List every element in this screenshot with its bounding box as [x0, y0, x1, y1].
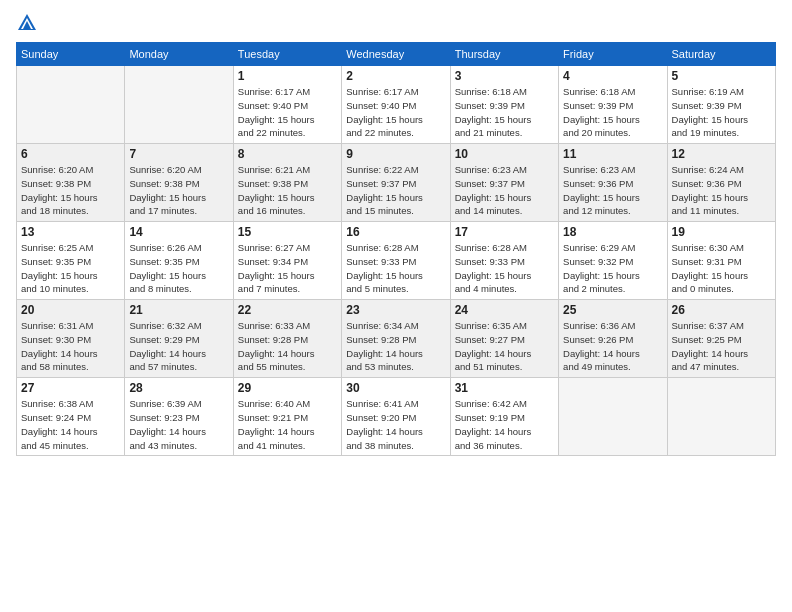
day-number: 21	[129, 303, 228, 317]
day-number: 16	[346, 225, 445, 239]
day-info: Sunrise: 6:42 AM Sunset: 9:19 PM Dayligh…	[455, 397, 554, 452]
calendar-cell: 27Sunrise: 6:38 AM Sunset: 9:24 PM Dayli…	[17, 378, 125, 456]
day-info: Sunrise: 6:17 AM Sunset: 9:40 PM Dayligh…	[346, 85, 445, 140]
day-number: 2	[346, 69, 445, 83]
day-info: Sunrise: 6:19 AM Sunset: 9:39 PM Dayligh…	[672, 85, 771, 140]
day-number: 27	[21, 381, 120, 395]
calendar-cell	[559, 378, 667, 456]
calendar-week-row: 1Sunrise: 6:17 AM Sunset: 9:40 PM Daylig…	[17, 66, 776, 144]
day-info: Sunrise: 6:27 AM Sunset: 9:34 PM Dayligh…	[238, 241, 337, 296]
calendar-cell: 25Sunrise: 6:36 AM Sunset: 9:26 PM Dayli…	[559, 300, 667, 378]
page: SundayMondayTuesdayWednesdayThursdayFrid…	[0, 0, 792, 612]
day-number: 26	[672, 303, 771, 317]
day-info: Sunrise: 6:31 AM Sunset: 9:30 PM Dayligh…	[21, 319, 120, 374]
day-info: Sunrise: 6:26 AM Sunset: 9:35 PM Dayligh…	[129, 241, 228, 296]
day-info: Sunrise: 6:35 AM Sunset: 9:27 PM Dayligh…	[455, 319, 554, 374]
calendar-cell: 2Sunrise: 6:17 AM Sunset: 9:40 PM Daylig…	[342, 66, 450, 144]
day-info: Sunrise: 6:25 AM Sunset: 9:35 PM Dayligh…	[21, 241, 120, 296]
calendar-cell: 17Sunrise: 6:28 AM Sunset: 9:33 PM Dayli…	[450, 222, 558, 300]
calendar-cell: 12Sunrise: 6:24 AM Sunset: 9:36 PM Dayli…	[667, 144, 775, 222]
day-info: Sunrise: 6:40 AM Sunset: 9:21 PM Dayligh…	[238, 397, 337, 452]
calendar-cell: 28Sunrise: 6:39 AM Sunset: 9:23 PM Dayli…	[125, 378, 233, 456]
calendar-cell: 1Sunrise: 6:17 AM Sunset: 9:40 PM Daylig…	[233, 66, 341, 144]
calendar-header-friday: Friday	[559, 43, 667, 66]
day-info: Sunrise: 6:33 AM Sunset: 9:28 PM Dayligh…	[238, 319, 337, 374]
day-number: 6	[21, 147, 120, 161]
day-number: 24	[455, 303, 554, 317]
calendar-cell: 23Sunrise: 6:34 AM Sunset: 9:28 PM Dayli…	[342, 300, 450, 378]
day-number: 17	[455, 225, 554, 239]
day-number: 18	[563, 225, 662, 239]
day-number: 8	[238, 147, 337, 161]
day-number: 3	[455, 69, 554, 83]
day-number: 14	[129, 225, 228, 239]
day-info: Sunrise: 6:32 AM Sunset: 9:29 PM Dayligh…	[129, 319, 228, 374]
calendar-cell: 4Sunrise: 6:18 AM Sunset: 9:39 PM Daylig…	[559, 66, 667, 144]
day-info: Sunrise: 6:24 AM Sunset: 9:36 PM Dayligh…	[672, 163, 771, 218]
calendar-cell: 5Sunrise: 6:19 AM Sunset: 9:39 PM Daylig…	[667, 66, 775, 144]
calendar-header-monday: Monday	[125, 43, 233, 66]
day-info: Sunrise: 6:34 AM Sunset: 9:28 PM Dayligh…	[346, 319, 445, 374]
day-info: Sunrise: 6:29 AM Sunset: 9:32 PM Dayligh…	[563, 241, 662, 296]
calendar-cell: 26Sunrise: 6:37 AM Sunset: 9:25 PM Dayli…	[667, 300, 775, 378]
calendar-cell: 30Sunrise: 6:41 AM Sunset: 9:20 PM Dayli…	[342, 378, 450, 456]
calendar-cell: 29Sunrise: 6:40 AM Sunset: 9:21 PM Dayli…	[233, 378, 341, 456]
day-number: 5	[672, 69, 771, 83]
calendar-cell: 3Sunrise: 6:18 AM Sunset: 9:39 PM Daylig…	[450, 66, 558, 144]
calendar-cell: 19Sunrise: 6:30 AM Sunset: 9:31 PM Dayli…	[667, 222, 775, 300]
day-info: Sunrise: 6:22 AM Sunset: 9:37 PM Dayligh…	[346, 163, 445, 218]
calendar: SundayMondayTuesdayWednesdayThursdayFrid…	[16, 42, 776, 456]
calendar-header-saturday: Saturday	[667, 43, 775, 66]
day-number: 12	[672, 147, 771, 161]
calendar-week-row: 27Sunrise: 6:38 AM Sunset: 9:24 PM Dayli…	[17, 378, 776, 456]
calendar-header-tuesday: Tuesday	[233, 43, 341, 66]
day-number: 29	[238, 381, 337, 395]
day-number: 11	[563, 147, 662, 161]
calendar-cell: 13Sunrise: 6:25 AM Sunset: 9:35 PM Dayli…	[17, 222, 125, 300]
calendar-cell: 18Sunrise: 6:29 AM Sunset: 9:32 PM Dayli…	[559, 222, 667, 300]
calendar-cell: 16Sunrise: 6:28 AM Sunset: 9:33 PM Dayli…	[342, 222, 450, 300]
day-info: Sunrise: 6:30 AM Sunset: 9:31 PM Dayligh…	[672, 241, 771, 296]
day-info: Sunrise: 6:36 AM Sunset: 9:26 PM Dayligh…	[563, 319, 662, 374]
day-number: 7	[129, 147, 228, 161]
calendar-cell: 10Sunrise: 6:23 AM Sunset: 9:37 PM Dayli…	[450, 144, 558, 222]
logo-icon	[16, 12, 38, 34]
calendar-cell: 11Sunrise: 6:23 AM Sunset: 9:36 PM Dayli…	[559, 144, 667, 222]
day-info: Sunrise: 6:38 AM Sunset: 9:24 PM Dayligh…	[21, 397, 120, 452]
day-info: Sunrise: 6:20 AM Sunset: 9:38 PM Dayligh…	[21, 163, 120, 218]
calendar-cell	[17, 66, 125, 144]
day-info: Sunrise: 6:20 AM Sunset: 9:38 PM Dayligh…	[129, 163, 228, 218]
calendar-cell: 9Sunrise: 6:22 AM Sunset: 9:37 PM Daylig…	[342, 144, 450, 222]
day-number: 25	[563, 303, 662, 317]
day-number: 31	[455, 381, 554, 395]
day-info: Sunrise: 6:41 AM Sunset: 9:20 PM Dayligh…	[346, 397, 445, 452]
calendar-cell: 24Sunrise: 6:35 AM Sunset: 9:27 PM Dayli…	[450, 300, 558, 378]
day-info: Sunrise: 6:21 AM Sunset: 9:38 PM Dayligh…	[238, 163, 337, 218]
day-info: Sunrise: 6:37 AM Sunset: 9:25 PM Dayligh…	[672, 319, 771, 374]
calendar-header-thursday: Thursday	[450, 43, 558, 66]
calendar-cell: 15Sunrise: 6:27 AM Sunset: 9:34 PM Dayli…	[233, 222, 341, 300]
day-info: Sunrise: 6:28 AM Sunset: 9:33 PM Dayligh…	[455, 241, 554, 296]
day-number: 19	[672, 225, 771, 239]
day-number: 1	[238, 69, 337, 83]
calendar-cell	[125, 66, 233, 144]
header	[16, 12, 776, 34]
calendar-cell: 31Sunrise: 6:42 AM Sunset: 9:19 PM Dayli…	[450, 378, 558, 456]
day-info: Sunrise: 6:23 AM Sunset: 9:37 PM Dayligh…	[455, 163, 554, 218]
calendar-cell	[667, 378, 775, 456]
calendar-cell: 21Sunrise: 6:32 AM Sunset: 9:29 PM Dayli…	[125, 300, 233, 378]
day-info: Sunrise: 6:39 AM Sunset: 9:23 PM Dayligh…	[129, 397, 228, 452]
calendar-cell: 22Sunrise: 6:33 AM Sunset: 9:28 PM Dayli…	[233, 300, 341, 378]
day-number: 13	[21, 225, 120, 239]
day-info: Sunrise: 6:17 AM Sunset: 9:40 PM Dayligh…	[238, 85, 337, 140]
calendar-cell: 6Sunrise: 6:20 AM Sunset: 9:38 PM Daylig…	[17, 144, 125, 222]
calendar-cell: 14Sunrise: 6:26 AM Sunset: 9:35 PM Dayli…	[125, 222, 233, 300]
day-number: 20	[21, 303, 120, 317]
day-number: 28	[129, 381, 228, 395]
calendar-week-row: 13Sunrise: 6:25 AM Sunset: 9:35 PM Dayli…	[17, 222, 776, 300]
day-info: Sunrise: 6:28 AM Sunset: 9:33 PM Dayligh…	[346, 241, 445, 296]
day-number: 15	[238, 225, 337, 239]
day-info: Sunrise: 6:18 AM Sunset: 9:39 PM Dayligh…	[455, 85, 554, 140]
logo	[16, 12, 42, 34]
day-info: Sunrise: 6:23 AM Sunset: 9:36 PM Dayligh…	[563, 163, 662, 218]
